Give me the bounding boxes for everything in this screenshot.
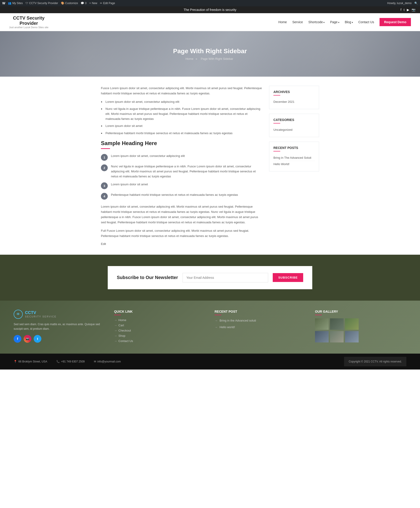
search-icon[interactable]: 🔍 (414, 2, 418, 5)
paint-icon: 🎨 (61, 2, 64, 5)
numbered-item-1: 1 Lorem ipsum dolor sit amet, consectetu… (101, 154, 262, 161)
list-item: Pellentesque habitant morbi tristique se… (101, 131, 262, 136)
email-icon: ✉ (94, 360, 96, 363)
wp-logo-link[interactable]: W (2, 1, 5, 5)
footer-recent-post-1: → Bring in the Advanced soluti (214, 318, 306, 323)
breadcrumb-current: Page With Right Sidebar (201, 57, 233, 60)
list-item: Lorem ipsum dolor sit amet (101, 123, 262, 128)
footer-address: 📍 66 Broklym Street, USA (14, 360, 47, 363)
nav-contact[interactable]: Contact Us (358, 20, 374, 24)
gallery-thumb-1[interactable] (315, 318, 329, 330)
subscribe-button[interactable]: SUBSCRIBE (273, 273, 303, 282)
site-name-link[interactable]: 🛡 CCTV Security Provider (25, 2, 58, 5)
footer-col-gallery: OUR GALLERY (315, 310, 406, 344)
archives-underline (273, 95, 280, 96)
footer-link-shop[interactable]: Shop (114, 334, 206, 337)
wp-icon: W (2, 1, 5, 5)
howdy-link[interactable]: Howdy, luzuk_demo (387, 2, 412, 5)
footer-contact-info: 📍 66 Broklym Street, USA 📞 +91 749 6307 … (14, 360, 121, 363)
logo-cctv-text: CCTV (25, 310, 57, 315)
nav-blog[interactable]: Blog (345, 20, 353, 24)
location-icon: 📍 (14, 360, 17, 363)
recent-posts-title: RECENT POSTS (273, 146, 315, 150)
footer-phone: 📞 +91 749 6307 2509 (56, 360, 85, 363)
recent-post-2[interactable]: Hello World! (273, 161, 315, 167)
content-paragraph-2: Lorem ipsum dolor sit amet, consectetur … (101, 204, 262, 225)
plus-icon: + (89, 2, 91, 5)
facebook-icon[interactable]: f (400, 8, 401, 12)
categories-title: CATEGORIES (273, 118, 315, 122)
logo-title: CCTV Security Provider (9, 15, 48, 26)
footer-recent-link-2[interactable]: Hello world! (220, 325, 235, 329)
category-uncategorized[interactable]: Uncategorized (273, 127, 315, 133)
footer-recent-link-1[interactable]: Bring in the Advanced soluti (220, 318, 256, 323)
top-banner: The Precaution of freedom is security f … (0, 6, 420, 13)
hero-title: Page With Right Sidebar (173, 47, 247, 55)
hero-section: Page With Right Sidebar Home » Page With… (0, 31, 420, 77)
sidebar: ARCHIVES December 2021 CATEGORIES Uncate… (269, 86, 319, 246)
social-facebook-button[interactable]: f (14, 335, 21, 343)
numbered-list: 1 Lorem ipsum dolor sit amet, consectetu… (101, 154, 262, 200)
main-content: Fusce Lorem ipsum dolor sit amet, consec… (96, 77, 324, 255)
footer-link-cart[interactable]: Cart (114, 324, 206, 327)
quicklink-title: QUICK LINK (114, 310, 206, 313)
gallery-thumb-4[interactable] (315, 331, 329, 343)
footer-bottom: 📍 66 Broklym Street, USA 📞 +91 749 6307 … (0, 354, 420, 370)
comments-link[interactable]: 💬 0 (81, 2, 87, 5)
edit-page-link[interactable]: ✏ Edit Page (100, 2, 115, 5)
recent-post-1[interactable]: Bring in The Advanced Soluti (273, 155, 315, 161)
logo-subtitle: Just another Luzuk Demo Sites site (9, 26, 48, 29)
num-circle-2: 2 (101, 164, 108, 171)
gallery-thumb-3[interactable] (345, 318, 359, 330)
heading-underline (101, 148, 110, 149)
archive-dec-2021[interactable]: December 2021 (273, 99, 315, 105)
list-item: Nunc vel ligula in augue tristique pelle… (101, 106, 262, 121)
archives-title: ARCHIVES (273, 90, 315, 94)
newsletter-title: Subscribe to Our Newsletter (117, 275, 178, 280)
edit-link[interactable]: Edit (101, 242, 106, 246)
quicklinks-list: Home Cart Checkout Shop Contact Us (114, 318, 206, 343)
intro-paragraph: Fusce Lorem ipsum dolor sit amet, consec… (101, 86, 262, 96)
content-paragraph-3: Full Fusce Lorem ipsum dolor sit amet, c… (101, 228, 262, 239)
footer-link-contact[interactable]: Contact Us (114, 339, 206, 343)
nav-shortcode[interactable]: Shortcode (308, 20, 325, 24)
social-instagram-button[interactable]: 📷 (24, 335, 31, 343)
shield-icon: 🛡 (25, 2, 28, 5)
nav-service[interactable]: Service (292, 20, 303, 24)
footer-desc: Sed sed sem diam. Cras quis mattis ex, a… (14, 322, 105, 331)
arrow-icon-2: → (214, 325, 218, 329)
admin-bar-right: Howdy, luzuk_demo 🔍 (387, 2, 418, 5)
instagram-icon[interactable]: 📷 (412, 8, 415, 12)
footer-link-checkout[interactable]: Checkout (114, 329, 206, 332)
categories-widget: CATEGORIES Uncategorized (269, 114, 319, 137)
footer-link-home[interactable]: Home (114, 318, 206, 322)
gallery-underline (315, 315, 322, 315)
nav-page[interactable]: Page (330, 20, 339, 24)
footer-social: f 📷 t (14, 335, 105, 343)
my-sites-link[interactable]: 👥 My Sites (8, 2, 23, 5)
nav-home[interactable]: Home (278, 20, 287, 24)
arrow-icon-1: → (214, 319, 218, 322)
request-demo-button[interactable]: Request Demo (380, 18, 411, 26)
breadcrumb-home[interactable]: Home (185, 57, 193, 60)
footer-recent-post-2: → Hello world! (214, 325, 306, 329)
banner-text: The Precaution of freedom is security (184, 8, 236, 12)
new-link[interactable]: + New (89, 2, 97, 5)
gallery-thumb-6[interactable] (345, 331, 359, 343)
edit-icon: ✏ (100, 2, 102, 5)
social-twitter-button[interactable]: t (34, 335, 41, 343)
content-area: Fusce Lorem ipsum dolor sit amet, consec… (101, 86, 262, 246)
social-icons: f t ▶ 📷 (400, 8, 415, 12)
eye-icon: 👁 (16, 312, 20, 316)
categories-underline (273, 123, 280, 123)
list-item: Lorem ipsum dolor sit amet, consectetur … (101, 99, 262, 104)
customize-link[interactable]: 🎨 Customize (61, 2, 78, 5)
gallery-thumb-2[interactable] (330, 318, 344, 330)
youtube-icon[interactable]: ▶ (407, 8, 409, 12)
logo-text: CCTV SECURITY SERVICE (25, 310, 57, 318)
gallery-thumb-5[interactable] (330, 331, 344, 343)
newsletter-input[interactable] (183, 273, 268, 283)
numbered-item-2: 2 Nunc vel ligula in augue tristique pel… (101, 164, 262, 179)
twitter-icon[interactable]: t (404, 8, 405, 12)
people-icon: 👥 (8, 2, 11, 5)
